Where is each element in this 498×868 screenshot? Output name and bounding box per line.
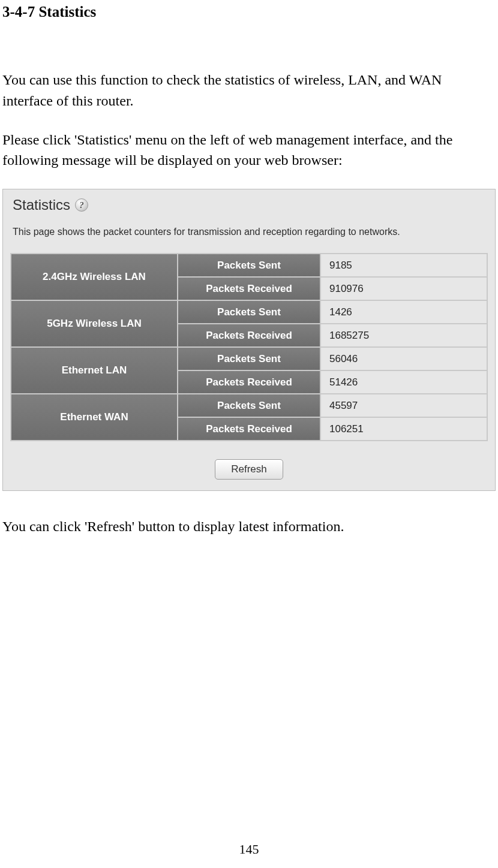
metric-label: Packets Received	[178, 417, 320, 441]
metric-label: Packets Sent	[178, 254, 320, 277]
stats-description: This page shows the packet counters for …	[13, 227, 488, 237]
stats-title: Statistics	[13, 197, 70, 213]
value-cell: 1426	[320, 300, 487, 324]
value-cell: 910976	[320, 277, 487, 300]
metric-label: Packets Sent	[178, 300, 320, 324]
metric-label: Packets Sent	[178, 394, 320, 417]
metric-label: Packets Received	[178, 277, 320, 300]
row-header-2-4ghz: 2.4GHz Wireless LAN	[11, 254, 178, 300]
closing-paragraph: You can click 'Refresh' button to displa…	[2, 516, 496, 537]
value-cell: 9185	[320, 254, 487, 277]
refresh-button[interactable]: Refresh	[215, 459, 283, 480]
table-row: Ethernet WAN Packets Sent 45597	[11, 394, 487, 417]
table-row: 5GHz Wireless LAN Packets Sent 1426	[11, 300, 487, 324]
value-cell: 56046	[320, 347, 487, 370]
value-cell: 106251	[320, 417, 487, 441]
value-cell: 51426	[320, 370, 487, 394]
statistics-screenshot: Statistics ? This page shows the packet …	[2, 189, 496, 491]
row-header-ethernet-lan: Ethernet LAN	[11, 347, 178, 394]
refresh-row: Refresh	[10, 459, 488, 480]
metric-label: Packets Sent	[178, 347, 320, 370]
value-cell: 1685275	[320, 324, 487, 347]
metric-label: Packets Received	[178, 370, 320, 394]
row-header-ethernet-wan: Ethernet WAN	[11, 394, 178, 441]
help-icon[interactable]: ?	[75, 198, 88, 212]
statistics-table: 2.4GHz Wireless LAN Packets Sent 9185 Pa…	[10, 253, 488, 441]
metric-label: Packets Received	[178, 324, 320, 347]
table-row: Ethernet LAN Packets Sent 56046	[11, 347, 487, 370]
page-number: 145	[0, 842, 498, 857]
stats-title-row: Statistics ?	[13, 197, 488, 213]
intro-paragraph-1: You can use this function to check the s…	[2, 70, 496, 111]
section-heading: 3-4-7 Statistics	[2, 4, 496, 20]
intro-paragraph-2: Please click 'Statistics' menu on the le…	[2, 129, 496, 171]
table-row: 2.4GHz Wireless LAN Packets Sent 9185	[11, 254, 487, 277]
value-cell: 45597	[320, 394, 487, 417]
row-header-5ghz: 5GHz Wireless LAN	[11, 300, 178, 347]
